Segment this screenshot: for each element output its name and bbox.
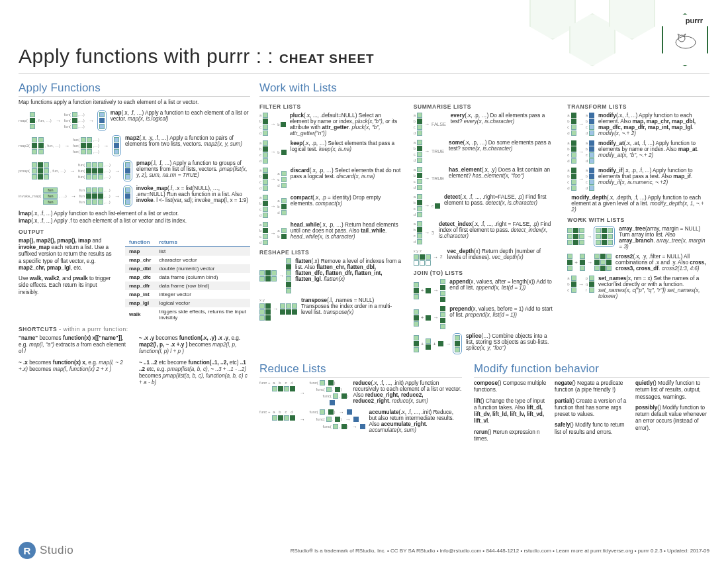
reshape-list-flatten: →flatten(.x) Remove a level of indexes f… — [259, 258, 402, 293]
lists-sub-2: SUMMARISE LISTS abcd→FALSEevery(.x, .p, … — [414, 99, 556, 358]
reshape-h: RESHAPE LISTS — [259, 249, 402, 256]
join-list-splice: ++→splice(…) Combine objects into a list… — [414, 333, 556, 354]
summarise-h: SUMMARISE LISTS — [414, 103, 556, 110]
transform-list-modify: abcd→abcdmodify(.x, .f, ...) Apply funct… — [567, 113, 709, 136]
cat-icon — [672, 30, 699, 50]
work-list-array_tree: →array_tree(array, margin = NULL) Turn a… — [567, 226, 709, 250]
work-h: WORK WITH LISTS — [567, 217, 709, 223]
reduce-accumulate: func +abcd→func(,)→func(,)→func(,)→accum… — [259, 409, 462, 433]
rstudio-text: Studio — [40, 544, 73, 557]
shortcut: ~ .x .y becomes function(.x, .y) .x .y, … — [139, 335, 250, 356]
shortcuts-heading: SHORTCUTS - within a purrr function: — [19, 326, 250, 333]
filter-list-head_while: abcd→abhead_while(.x, .p, …) Return head… — [259, 222, 402, 245]
r-ball-icon: R — [19, 542, 36, 559]
modify-negate: negate() Negate a predicate function (a … — [555, 380, 629, 394]
summ-list-every: abcd→FALSEevery(.x, .p, …) Do all elemen… — [414, 113, 556, 136]
shortcut: ~ .x becomes function(x) x, e.g. map(l, … — [19, 360, 130, 374]
modify-heading: Modify function behavior — [474, 362, 709, 378]
work-list-cross2: +→cross2(.x, .y, .filter = NULL) All com… — [567, 254, 709, 272]
lists-sub-1: FILTER LISTS abcd→bpluck(.x, ..., .defau… — [259, 99, 402, 358]
join-h: JOIN (TO) LISTS — [414, 270, 556, 276]
apply-intro: Map functions apply a function iterative… — [19, 99, 250, 106]
apply-map2: map2(, fun, …)→fun(,…)fun(,…)fun(,…)→map… — [19, 135, 250, 156]
modify-rerun: rerun() Rerun expression n times. — [474, 429, 548, 443]
modify-compose: compose() Compose multiple functions. — [474, 380, 548, 394]
modify-lift: lift() Change the type of input a functi… — [474, 398, 548, 425]
reduce-reduce: func +abcd→func(,)func(,)func(,)reduce(.… — [259, 380, 462, 405]
col-modify: Modify function behavior compose() Compo… — [474, 362, 709, 446]
apply-map: map(, fun, …)→fun(,…)fun(,…)fun(,…)→map(… — [19, 110, 250, 131]
transform-list-modify_if: abcd→abcdmodify_if(.x, .p, .f, ...) Appl… — [567, 168, 709, 191]
page-title-main: Apply functions with purrr : : — [19, 45, 273, 67]
transform-h: TRANSFORM LISTS — [567, 103, 709, 110]
apply-pmap: pmap(, fun, …)→fun(,…)fun(,…)fun(,…)→pma… — [19, 160, 250, 181]
summ-list-some: abcd→TRUEsome(.x, .p, …) Do some element… — [414, 140, 556, 163]
shortcut: "name" becomes function(x) x[["name"]], … — [19, 335, 130, 356]
col-lists: Work with Lists FILTER LISTS abcd→bpluck… — [259, 81, 709, 446]
col-reduce: Reduce Lists func +abcd→func(,)func(,)fu… — [259, 362, 462, 446]
summ-list-has_element: abcd→TRUEhas_element(.x, .y) Does a list… — [414, 167, 556, 190]
work-list-set_names: abc→pqrset_names(x, nm = x) Set the name… — [567, 276, 709, 299]
summ-list-detect: abcd→cdetect(.x, .f, ..., .right=FALSE, … — [414, 194, 556, 217]
filter-list-discard: abcd→acddiscard(.x, .p, …) Select elemen… — [259, 168, 402, 191]
apply-invoke_map: invoke_map(funfunfun, …)→fun,…)fun,…)fun… — [19, 185, 250, 207]
shortcuts-grid: "name" becomes function(x) x[["name"]], … — [19, 335, 250, 391]
footer: R Studio RStudio® is a trademark of RStu… — [19, 539, 709, 559]
transform-list-modify_depth: modify_depth(.x, .depth, .f, ...) Apply … — [567, 195, 709, 213]
output-left: map(), map2(), pmap(), imap and invoke_m… — [19, 238, 116, 322]
lists-sub-3: TRANSFORM LISTS abcd→abcdmodify(.x, .f, … — [567, 99, 709, 358]
modify-possibly: possibly() Modify function to return def… — [635, 405, 709, 432]
lists-heading: Work with Lists — [259, 81, 709, 97]
join-list-prepend: +→prepend(x, values, before = 1) Add to … — [414, 306, 556, 329]
filter-list-compact: abcd→abdcompact(.x, .p = identity) Drop … — [259, 195, 402, 218]
modify-partial: partial() Create a version of a function… — [555, 398, 629, 419]
output-table-wrap: functionreturnsmaplistmap_chrcharacter v… — [125, 238, 250, 322]
filter-h: FILTER LISTS — [259, 103, 402, 110]
footer-text: RStudio® is a trademark of RStudio, Inc.… — [291, 548, 709, 554]
transform-list-modify_at: abcd→abcdmodify_at(.x, .at, .f, ...) App… — [567, 140, 709, 164]
page-title-sub: CHEAT SHEET — [279, 52, 375, 66]
rstudio-logo: R Studio — [19, 542, 73, 559]
summ-list-vec_depth: x y z→2vec_depth(x) Return depth (number… — [414, 248, 556, 266]
filter-list-pluck: abcd→bpluck(.x, ..., .default=NULL) Sele… — [259, 113, 402, 136]
purrr-logo-label: purrr — [686, 17, 703, 25]
filter-list-keep: abcd→bkeep(.x, .p, …) Select elements th… — [259, 140, 402, 164]
svg-point-1 — [678, 35, 685, 42]
reshape-list-transpose: x y→transpose(.l, .names = NULL) Transpo… — [259, 297, 402, 321]
output-heading: OUTPUT — [19, 229, 250, 235]
decor-hex-pattern — [529, 0, 675, 46]
modify-quietly: quietly() Modify function to return list… — [635, 380, 709, 401]
summ-list-detect_index: abcd→3detect_index(.x, .f, ..., .right =… — [414, 221, 556, 244]
main-grid: Apply Functions Map functions apply a fu… — [19, 81, 709, 446]
modify-safely: safely() Modify func to return list of r… — [555, 422, 629, 436]
output-table: functionreturnsmaplistmap_chrcharacter v… — [125, 238, 250, 322]
col-apply: Apply Functions Map functions apply a fu… — [19, 81, 250, 446]
join-list-append: +→append(x, values, after = length(x)) A… — [414, 279, 556, 302]
modify-grid: compose() Compose multiple functions.lif… — [474, 380, 709, 446]
output-block: map(), map2(), pmap(), imap and invoke_m… — [19, 238, 250, 322]
page-title: Apply functions with purrr : : CHEAT SHE… — [19, 45, 375, 68]
apply-lmap: lmap(.x, .f, ...) Apply function to each… — [19, 211, 250, 225]
purrr-logo: purrr — [662, 13, 709, 68]
apply-heading: Apply Functions — [19, 81, 250, 97]
reduce-heading: Reduce Lists — [259, 362, 462, 378]
apply-fn-list: map(, fun, …)→fun(,…)fun(,…)fun(,…)→map(… — [19, 110, 250, 207]
shortcut: ~ ..1 ..2 etc become function(..1, ..2, … — [139, 360, 250, 387]
